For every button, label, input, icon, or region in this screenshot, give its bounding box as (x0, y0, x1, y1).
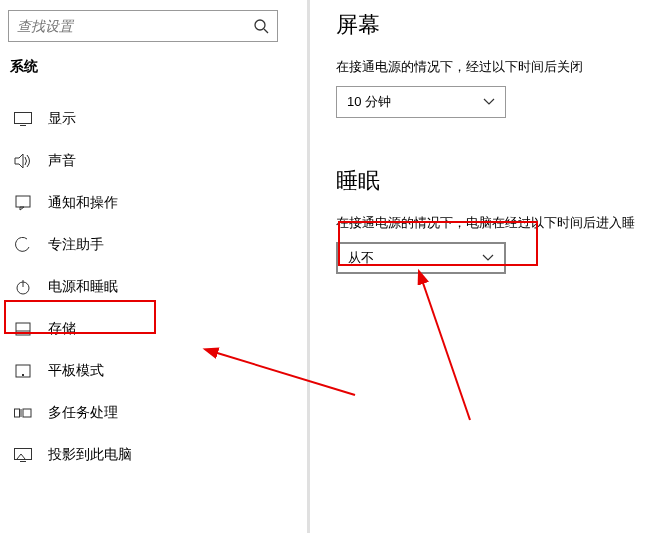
content-area: 屏幕 在接通电源的情况下，经过以下时间后关闭 10 分钟 睡眠 在接通电源的情况… (336, 10, 646, 274)
screen-off-label: 在接通电源的情况下，经过以下时间后关闭 (336, 58, 646, 76)
sidebar-item-label: 声音 (48, 152, 76, 170)
sidebar-item-label: 投影到此电脑 (48, 446, 132, 464)
sound-icon (12, 150, 34, 172)
svg-rect-17 (15, 449, 32, 460)
focus-assist-icon (12, 234, 34, 256)
section-sleep: 睡眠 在接通电源的情况下，电脑在经过以下时间后进入睡 从不 (336, 166, 646, 274)
svg-rect-5 (16, 196, 30, 207)
sidebar: 系统 显示 声音 通知和操作 专注助手 (0, 0, 310, 533)
svg-rect-9 (16, 323, 30, 335)
sidebar-item-notifications[interactable]: 通知和操作 (0, 182, 307, 224)
svg-rect-16 (23, 409, 31, 417)
sidebar-item-projecting[interactable]: 投影到此电脑 (0, 434, 307, 476)
sidebar-item-label: 电源和睡眠 (48, 278, 118, 296)
svg-line-20 (422, 280, 470, 420)
tablet-icon (12, 360, 34, 382)
sidebar-item-label: 专注助手 (48, 236, 104, 254)
sidebar-item-multitasking[interactable]: 多任务处理 (0, 392, 307, 434)
sidebar-item-label: 通知和操作 (48, 194, 118, 212)
svg-rect-13 (22, 374, 24, 376)
screen-off-dropdown[interactable]: 10 分钟 (336, 86, 506, 118)
notification-icon (12, 192, 34, 214)
sidebar-item-storage[interactable]: 存储 (0, 308, 307, 350)
chevron-down-icon (482, 254, 494, 262)
search-icon (245, 10, 277, 42)
svg-marker-6 (20, 207, 24, 210)
sleep-after-value: 从不 (348, 249, 374, 267)
svg-point-11 (26, 332, 28, 334)
sidebar-item-label: 平板模式 (48, 362, 104, 380)
svg-point-0 (255, 20, 265, 30)
storage-icon (12, 318, 34, 340)
search-box[interactable] (8, 10, 278, 42)
multitasking-icon (12, 402, 34, 424)
sidebar-item-label: 显示 (48, 110, 76, 128)
sidebar-item-power-sleep[interactable]: 电源和睡眠 (0, 266, 307, 308)
sidebar-item-tablet-mode[interactable]: 平板模式 (0, 350, 307, 392)
svg-marker-4 (15, 154, 23, 168)
sleep-after-dropdown[interactable]: 从不 (336, 242, 506, 274)
svg-rect-2 (15, 113, 32, 124)
power-icon (12, 276, 34, 298)
section-title-sleep: 睡眠 (336, 166, 646, 196)
project-icon (12, 444, 34, 466)
chevron-down-icon (483, 98, 495, 106)
sidebar-heading: 系统 (10, 58, 38, 76)
sidebar-item-label: 多任务处理 (48, 404, 118, 422)
search-input[interactable] (9, 18, 245, 34)
section-title-screen: 屏幕 (336, 10, 646, 40)
svg-rect-14 (15, 409, 20, 417)
nav-list: 显示 声音 通知和操作 专注助手 电源和睡眠 (0, 98, 307, 476)
screen-off-value: 10 分钟 (347, 93, 391, 111)
section-screen: 屏幕 在接通电源的情况下，经过以下时间后关闭 10 分钟 (336, 10, 646, 118)
svg-line-1 (264, 29, 268, 33)
sidebar-item-focus-assist[interactable]: 专注助手 (0, 224, 307, 266)
display-icon (12, 108, 34, 130)
sleep-after-label: 在接通电源的情况下，电脑在经过以下时间后进入睡 (336, 214, 646, 232)
sidebar-item-label: 存储 (48, 320, 76, 338)
sidebar-item-display[interactable]: 显示 (0, 98, 307, 140)
sidebar-item-sound[interactable]: 声音 (0, 140, 307, 182)
